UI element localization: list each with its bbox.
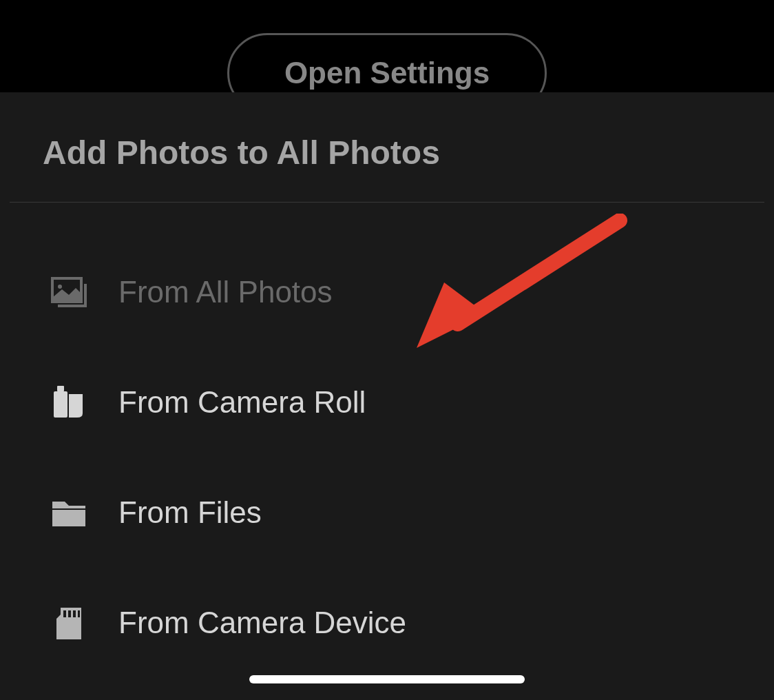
camera-roll-icon: [48, 382, 90, 423]
photo-library-icon: [48, 271, 90, 313]
folder-icon: [48, 492, 90, 533]
svg-rect-8: [68, 610, 71, 617]
add-photos-sheet: Add Photos to All Photos From All Photos: [0, 92, 774, 700]
option-label: From Files: [118, 495, 262, 530]
svg-rect-2: [58, 305, 87, 307]
sheet-title: Add Photos to All Photos: [0, 92, 774, 202]
svg-rect-5: [57, 386, 64, 391]
option-from-camera-roll[interactable]: From Camera Roll: [0, 347, 774, 457]
options-list: From All Photos From Camera Roll From Fi…: [0, 203, 774, 678]
svg-rect-7: [63, 610, 66, 617]
svg-rect-4: [54, 391, 67, 418]
option-label: From Camera Roll: [118, 385, 366, 420]
option-from-files[interactable]: From Files: [0, 457, 774, 568]
svg-rect-3: [84, 284, 87, 307]
option-label: From All Photos: [118, 275, 333, 309]
sd-card-icon: [48, 602, 90, 644]
svg-rect-10: [78, 610, 80, 617]
background-underlay: Open Settings: [0, 0, 774, 92]
svg-rect-6: [52, 510, 85, 526]
home-indicator[interactable]: [249, 675, 525, 683]
option-from-all-photos: From All Photos: [0, 237, 774, 347]
option-label: From Camera Device: [118, 606, 406, 640]
svg-point-1: [58, 285, 62, 289]
option-from-camera-device[interactable]: From Camera Device: [0, 568, 774, 678]
svg-rect-9: [73, 610, 76, 617]
